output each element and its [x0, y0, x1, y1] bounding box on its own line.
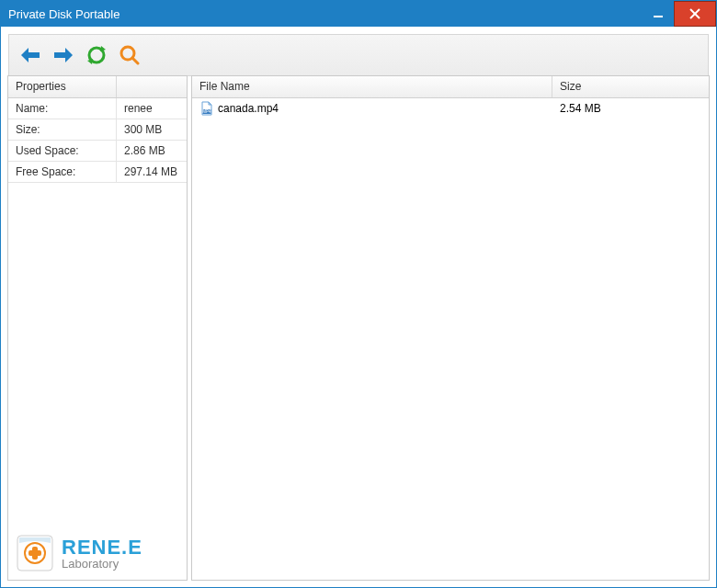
property-label: Used Space: [8, 141, 117, 161]
property-value: 297.14 MB [117, 162, 187, 182]
main-area: Properties Name: renee Size: 300 MB Used… [7, 75, 710, 581]
window-title: Private Disk Portable [8, 7, 643, 21]
search-button[interactable] [118, 43, 142, 67]
file-size-header[interactable]: Size [552, 76, 709, 97]
properties-header[interactable]: Properties [8, 76, 117, 97]
close-icon [689, 8, 700, 19]
refresh-button[interactable] [85, 43, 108, 67]
property-label: Size: [8, 119, 117, 140]
svg-text:MP4: MP4 [202, 109, 211, 114]
back-arrow-icon [19, 46, 41, 64]
svg-line-6 [132, 58, 138, 63]
minimize-button[interactable] [643, 1, 674, 27]
close-button[interactable] [674, 1, 716, 27]
title-bar: Private Disk Portable [1, 1, 716, 27]
property-row: Name: renee [8, 98, 187, 119]
properties-header-row: Properties [8, 76, 187, 98]
logo-line2: Laboratory [62, 558, 142, 570]
property-row: Size: 300 MB [8, 119, 187, 141]
properties-header-blank [117, 76, 187, 97]
refresh-icon [86, 45, 107, 65]
logo-line1: RENE.E [62, 537, 142, 558]
file-header-row: File Name Size [192, 76, 709, 98]
property-row: Used Space: 2.86 MB [8, 141, 187, 162]
property-row: Free Space: 297.14 MB [8, 162, 187, 183]
file-name-header[interactable]: File Name [192, 76, 552, 97]
properties-panel: Properties Name: renee Size: 300 MB Used… [7, 75, 188, 581]
file-row[interactable]: MP4 canada.mp4 2.54 MB [192, 98, 709, 119]
back-button[interactable] [18, 43, 42, 67]
file-size: 2.54 MB [552, 100, 709, 117]
minimize-icon [653, 8, 664, 19]
property-label: Free Space: [8, 162, 117, 182]
forward-button[interactable] [51, 43, 75, 67]
property-value: 300 MB [117, 119, 187, 140]
search-icon [120, 45, 140, 65]
file-list-panel: File Name Size MP4 canada.mp4 2.54 MB [191, 75, 710, 581]
svg-rect-10 [28, 550, 41, 556]
logo-text: RENE.E Laboratory [62, 537, 142, 570]
logo-icon [14, 532, 56, 574]
property-label: Name: [8, 98, 117, 119]
file-name: canada.mp4 [218, 102, 279, 115]
property-value: 2.86 MB [117, 141, 187, 161]
brand-logo: RENE.E Laboratory [14, 532, 142, 574]
forward-arrow-icon [52, 46, 74, 64]
mp4-file-icon: MP4 [199, 101, 214, 116]
property-value: renee [117, 98, 187, 119]
toolbar [8, 34, 709, 76]
